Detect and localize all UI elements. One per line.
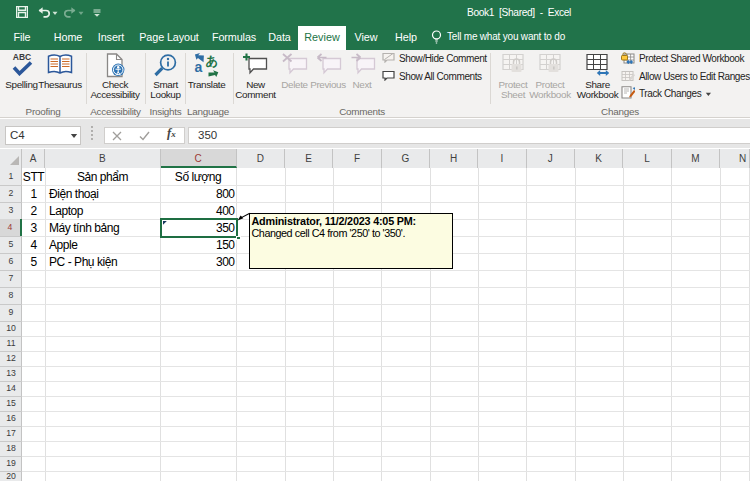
svg-text:a: a	[195, 59, 203, 75]
svg-text:あ: あ	[206, 54, 219, 68]
